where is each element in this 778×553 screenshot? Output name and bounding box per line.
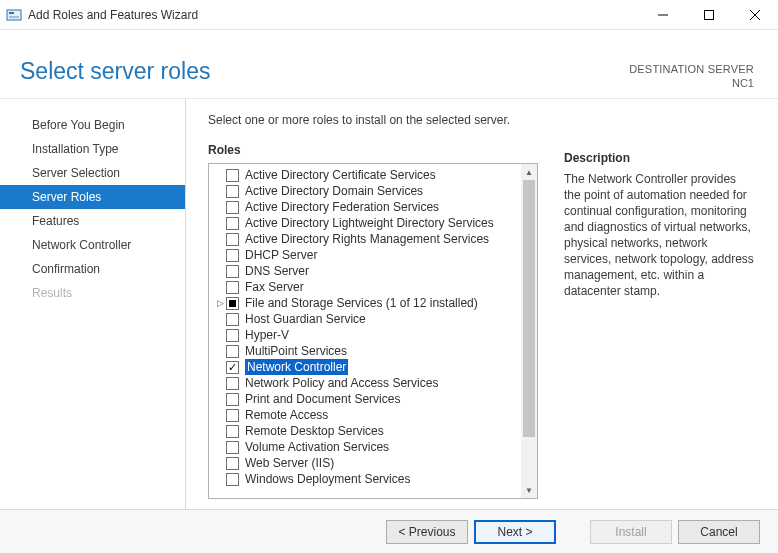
- role-checkbox[interactable]: [226, 281, 239, 294]
- destination-block: DESTINATION SERVER NC1: [629, 58, 754, 90]
- role-label[interactable]: Hyper-V: [245, 327, 289, 343]
- role-checkbox[interactable]: [226, 233, 239, 246]
- role-checkbox[interactable]: [226, 345, 239, 358]
- role-label[interactable]: Active Directory Lightweight Directory S…: [245, 215, 494, 231]
- role-row[interactable]: ▷Active Directory Certificate Services: [215, 167, 517, 183]
- role-label[interactable]: Active Directory Domain Services: [245, 183, 423, 199]
- sidebar-item[interactable]: Features: [0, 209, 185, 233]
- role-row[interactable]: ▷Network Policy and Access Services: [215, 375, 517, 391]
- role-label[interactable]: MultiPoint Services: [245, 343, 347, 359]
- sidebar-item[interactable]: Network Controller: [0, 233, 185, 257]
- role-checkbox[interactable]: [226, 201, 239, 214]
- role-label[interactable]: DHCP Server: [245, 247, 317, 263]
- role-checkbox[interactable]: [226, 217, 239, 230]
- page-title: Select server roles: [20, 58, 629, 85]
- role-label[interactable]: Active Directory Certificate Services: [245, 167, 436, 183]
- role-label[interactable]: Web Server (IIS): [245, 455, 334, 471]
- role-checkbox[interactable]: [226, 393, 239, 406]
- role-checkbox[interactable]: [226, 169, 239, 182]
- role-row[interactable]: ▷Fax Server: [215, 279, 517, 295]
- role-label[interactable]: Remote Desktop Services: [245, 423, 384, 439]
- role-label[interactable]: Print and Document Services: [245, 391, 400, 407]
- role-label[interactable]: DNS Server: [245, 263, 309, 279]
- expander-icon[interactable]: ▷: [215, 295, 225, 311]
- svg-rect-1: [9, 12, 14, 14]
- window-title: Add Roles and Features Wizard: [28, 8, 640, 22]
- instruction-text: Select one or more roles to install on t…: [208, 113, 538, 127]
- role-label[interactable]: Host Guardian Service: [245, 311, 366, 327]
- maximize-button[interactable]: [686, 0, 732, 30]
- roles-scroll: ▷Active Directory Certificate Services▷A…: [209, 164, 521, 498]
- role-checkbox[interactable]: [226, 249, 239, 262]
- role-checkbox[interactable]: [226, 313, 239, 326]
- sidebar-item[interactable]: Confirmation: [0, 257, 185, 281]
- previous-button[interactable]: < Previous: [386, 520, 468, 544]
- scroll-down-button[interactable]: ▼: [521, 482, 537, 498]
- role-checkbox[interactable]: [226, 329, 239, 342]
- role-row[interactable]: ▷MultiPoint Services: [215, 343, 517, 359]
- role-row[interactable]: ▷Print and Document Services: [215, 391, 517, 407]
- sidebar-item[interactable]: Server Roles: [0, 185, 185, 209]
- role-checkbox[interactable]: [226, 425, 239, 438]
- role-label[interactable]: Network Policy and Access Services: [245, 375, 438, 391]
- sidebar-item: Results: [0, 281, 185, 305]
- role-label[interactable]: Network Controller: [245, 359, 348, 375]
- svg-rect-2: [9, 16, 19, 18]
- app-icon: [6, 7, 22, 23]
- cancel-button[interactable]: Cancel: [678, 520, 760, 544]
- vertical-scrollbar[interactable]: ▲ ▼: [521, 164, 537, 498]
- scroll-thumb[interactable]: [523, 180, 535, 437]
- role-row[interactable]: ▷Network Controller: [215, 359, 517, 375]
- window-controls: [640, 0, 778, 30]
- role-label[interactable]: Active Directory Federation Services: [245, 199, 439, 215]
- wizard-window: Add Roles and Features Wizard Select ser…: [0, 0, 778, 553]
- role-checkbox[interactable]: [226, 297, 239, 310]
- role-row[interactable]: ▷Active Directory Federation Services: [215, 199, 517, 215]
- sidebar-item[interactable]: Before You Begin: [0, 113, 185, 137]
- scroll-track[interactable]: [521, 180, 537, 482]
- description-body: The Network Controller provides the poin…: [564, 171, 756, 299]
- role-label[interactable]: Fax Server: [245, 279, 304, 295]
- role-checkbox[interactable]: [226, 377, 239, 390]
- close-button[interactable]: [732, 0, 778, 30]
- role-checkbox[interactable]: [226, 457, 239, 470]
- role-row[interactable]: ▷Host Guardian Service: [215, 311, 517, 327]
- scroll-up-button[interactable]: ▲: [521, 164, 537, 180]
- sidebar-item[interactable]: Server Selection: [0, 161, 185, 185]
- role-label[interactable]: Remote Access: [245, 407, 328, 423]
- role-row[interactable]: ▷Hyper-V: [215, 327, 517, 343]
- role-row[interactable]: ▷DNS Server: [215, 263, 517, 279]
- roles-listbox[interactable]: ▷Active Directory Certificate Services▷A…: [208, 163, 538, 499]
- description-header: Description: [564, 151, 756, 165]
- next-button[interactable]: Next >: [474, 520, 556, 544]
- role-row[interactable]: ▷File and Storage Services (1 of 12 inst…: [215, 295, 517, 311]
- main-content: Select one or more roles to install on t…: [186, 99, 778, 509]
- install-button: Install: [590, 520, 672, 544]
- role-row[interactable]: ▷Remote Access: [215, 407, 517, 423]
- sidebar-item[interactable]: Installation Type: [0, 137, 185, 161]
- role-row[interactable]: ▷Active Directory Lightweight Directory …: [215, 215, 517, 231]
- role-row[interactable]: ▷Active Directory Rights Management Serv…: [215, 231, 517, 247]
- destination-value: NC1: [629, 76, 754, 90]
- role-row[interactable]: ▷Web Server (IIS): [215, 455, 517, 471]
- minimize-button[interactable]: [640, 0, 686, 30]
- role-label[interactable]: Active Directory Rights Management Servi…: [245, 231, 489, 247]
- role-row[interactable]: ▷Volume Activation Services: [215, 439, 517, 455]
- role-label[interactable]: Windows Deployment Services: [245, 471, 410, 487]
- role-checkbox[interactable]: [226, 265, 239, 278]
- role-checkbox[interactable]: [226, 185, 239, 198]
- role-checkbox[interactable]: [226, 473, 239, 486]
- role-row[interactable]: ▷Remote Desktop Services: [215, 423, 517, 439]
- role-label[interactable]: Volume Activation Services: [245, 439, 389, 455]
- role-row[interactable]: ▷Windows Deployment Services: [215, 471, 517, 487]
- titlebar: Add Roles and Features Wizard: [0, 0, 778, 30]
- role-row[interactable]: ▷DHCP Server: [215, 247, 517, 263]
- role-checkbox[interactable]: [226, 441, 239, 454]
- role-checkbox[interactable]: [226, 361, 239, 374]
- role-row[interactable]: ▷Active Directory Domain Services: [215, 183, 517, 199]
- role-checkbox[interactable]: [226, 409, 239, 422]
- svg-line-6: [750, 10, 760, 20]
- role-label[interactable]: File and Storage Services (1 of 12 insta…: [245, 295, 478, 311]
- svg-rect-4: [705, 10, 714, 19]
- svg-rect-0: [7, 10, 21, 20]
